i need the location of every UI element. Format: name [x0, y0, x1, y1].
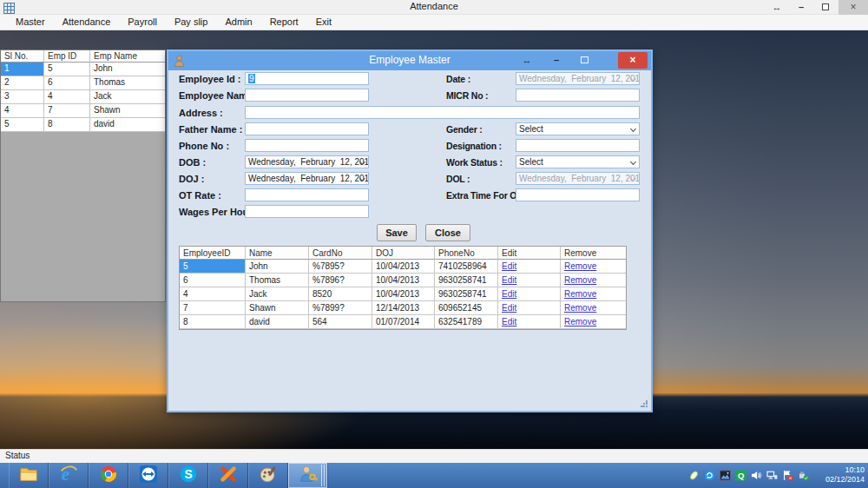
list-cell[interactable]: Jack: [90, 90, 165, 104]
input-employee-id[interactable]: 9: [245, 72, 369, 85]
edit-link[interactable]: Edit: [502, 289, 516, 299]
volume-icon[interactable]: [751, 470, 762, 481]
grid-row[interactable]: 8david56401/07/2014632541789EditRemove: [180, 315, 626, 329]
list-cell[interactable]: 4: [1, 104, 44, 118]
input-employee-name[interactable]: [245, 89, 369, 102]
grid-cell[interactable]: 5: [180, 260, 246, 274]
list-cell[interactable]: 4: [44, 90, 90, 104]
datepicker-date[interactable]: Wednesday, February 12, 2014: [516, 72, 640, 85]
grid-cell[interactable]: 7: [180, 301, 246, 315]
grid-header-edit[interactable]: Edit: [498, 247, 561, 260]
grid-cell[interactable]: Thomas: [246, 274, 309, 287]
grid-cell[interactable]: david: [246, 315, 309, 329]
grid-cell[interactable]: 6: [180, 274, 246, 287]
grid-row[interactable]: 6Thomas%7896?10/04/20139630258741EditRem…: [180, 274, 626, 287]
list-cell[interactable]: 3: [1, 90, 44, 104]
grid-row[interactable]: 4Jack852010/04/20139630258741EditRemove: [180, 287, 626, 301]
list-cell[interactable]: 6: [44, 76, 90, 90]
input-designation[interactable]: [516, 139, 640, 152]
list-header-emp-id[interactable]: Emp ID: [44, 50, 90, 63]
grid-header-name[interactable]: Name: [246, 247, 309, 260]
network-icon[interactable]: [766, 470, 778, 481]
grid-cell[interactable]: 12/14/2013: [372, 301, 435, 315]
remove-link[interactable]: Remove: [564, 303, 596, 313]
grid-cell[interactable]: 564: [309, 315, 372, 329]
photos-icon[interactable]: [720, 470, 731, 481]
datepicker-dol[interactable]: Wednesday, February 12, 2014: [516, 172, 640, 185]
list-cell[interactable]: 7: [44, 104, 90, 118]
input-phone-no[interactable]: [245, 139, 369, 152]
dialog-titlebar[interactable]: Employee Master ↔ – ×: [168, 51, 651, 70]
dialog-maximize-button[interactable]: [573, 51, 595, 70]
select-gender[interactable]: Select: [516, 122, 640, 135]
dialog-close-button[interactable]: ×: [618, 52, 648, 69]
grid-header-doj[interactable]: DOJ: [372, 247, 435, 260]
taskbar-button-teamviewer[interactable]: [128, 463, 168, 488]
list-cell[interactable]: Thomas: [90, 76, 165, 90]
edit-link[interactable]: Edit: [502, 317, 516, 326]
dialog-resize-button[interactable]: ↔: [516, 51, 538, 70]
grid-cell[interactable]: Shawn: [246, 301, 309, 315]
dialog-minimize-button[interactable]: –: [545, 51, 568, 70]
list-cell[interactable]: 5: [44, 63, 90, 76]
remove-link[interactable]: Remove: [564, 275, 596, 285]
taskbar-button-file-explorer[interactable]: [9, 463, 49, 488]
window-minimize-button[interactable]: –: [790, 0, 812, 15]
list-cell[interactable]: 5: [1, 118, 44, 132]
window-maximize-button[interactable]: [814, 0, 837, 15]
window-resize-button[interactable]: ↔: [766, 0, 788, 15]
employee-list[interactable]: Sl No.Emp IDEmp Name15John26Thomas34Jack…: [0, 49, 166, 302]
input-address[interactable]: [245, 106, 640, 119]
grid-cell[interactable]: 01/07/2014: [372, 315, 435, 329]
action-center-flag-icon[interactable]: [782, 470, 793, 481]
list-cell[interactable]: Shawn: [90, 104, 165, 118]
grid-cell[interactable]: %7895?: [309, 260, 372, 274]
taskbar-button-skype[interactable]: S: [168, 463, 208, 488]
list-cell[interactable]: 8: [44, 118, 90, 132]
menu-item-exit[interactable]: Exit: [307, 16, 340, 29]
taskbar-clock[interactable]: 10:10 02/12/2014: [814, 463, 868, 488]
window-close-button[interactable]: ×: [838, 0, 868, 15]
input-micr-no[interactable]: [516, 89, 640, 102]
list-header-sl-no[interactable]: Sl No.: [1, 50, 44, 63]
grid-cell[interactable]: 10/04/2013: [372, 287, 435, 301]
remove-link[interactable]: Remove: [564, 317, 596, 326]
menu-item-attendance[interactable]: Attendance: [54, 16, 120, 29]
datepicker-dob[interactable]: Wednesday, February 12, 2014: [245, 155, 369, 168]
grid-cell[interactable]: 4: [180, 287, 246, 301]
taskbar-button-internet-explorer[interactable]: e: [49, 463, 89, 488]
leaf-icon[interactable]: [688, 470, 700, 481]
grid-cell[interactable]: %7899?: [309, 301, 372, 315]
select-work-status[interactable]: Select: [516, 155, 640, 168]
grid-header-remove[interactable]: Remove: [561, 247, 626, 260]
list-cell[interactable]: 1: [1, 63, 44, 76]
remove-link[interactable]: Remove: [564, 289, 596, 299]
grid-cell[interactable]: Jack: [246, 287, 309, 301]
taskbar-button-attendance-app[interactable]: [288, 463, 328, 488]
taskbar-button-chrome[interactable]: [89, 463, 128, 488]
grid-row[interactable]: 5John%7895?10/04/20137410258964EditRemov…: [180, 260, 626, 274]
remove-link[interactable]: Remove: [564, 261, 596, 271]
menu-item-admin[interactable]: Admin: [216, 16, 260, 29]
input-father-name[interactable]: [245, 122, 369, 135]
list-row[interactable]: 34Jack: [1, 90, 165, 104]
list-row[interactable]: 47Shawn: [1, 104, 165, 118]
menu-item-master[interactable]: Master: [7, 16, 54, 29]
usb-check-icon[interactable]: [798, 470, 809, 481]
q-app-icon[interactable]: Q: [735, 470, 746, 481]
grid-cell[interactable]: 8520: [309, 287, 372, 301]
taskbar-button-paint[interactable]: [248, 463, 288, 488]
employee-grid[interactable]: EmployeeIDNameCardNoDOJPhoneNoEditRemove…: [179, 246, 627, 330]
grid-cell[interactable]: John: [246, 260, 309, 274]
grid-header-employeeid[interactable]: EmployeeID: [180, 247, 246, 260]
datepicker-doj[interactable]: Wednesday, February 12, 2014: [245, 172, 369, 185]
grid-cell[interactable]: 609652145: [435, 301, 498, 315]
save-button[interactable]: Save: [377, 224, 417, 241]
sync-icon[interactable]: [704, 470, 715, 481]
grid-cell[interactable]: 8: [180, 315, 246, 329]
list-row[interactable]: 15John: [1, 63, 165, 76]
grid-row[interactable]: 7Shawn%7899?12/14/2013609652145EditRemov…: [180, 301, 626, 315]
edit-link[interactable]: Edit: [502, 275, 516, 285]
grid-cell[interactable]: 632541789: [435, 315, 498, 329]
menu-item-pay-slip[interactable]: Pay slip: [166, 16, 217, 29]
